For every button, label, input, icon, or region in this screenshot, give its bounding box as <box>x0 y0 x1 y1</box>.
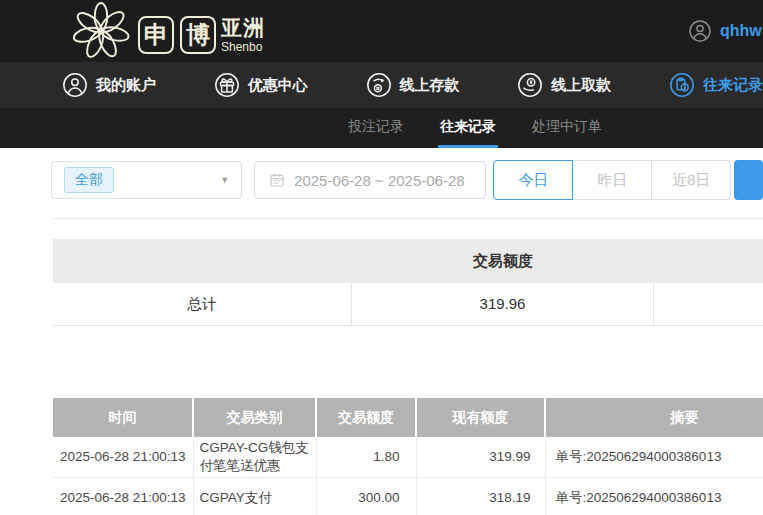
filter-row: 全部 ▼ 2025-06-28 ~ 2025-06-28 今日 昨日 近8日 <box>51 160 763 200</box>
divider <box>53 218 763 219</box>
deposit-icon <box>366 72 392 98</box>
date-range-value: 2025-06-28 ~ 2025-06-28 <box>294 172 465 189</box>
nav-item-deposit[interactable]: 线上存款 <box>366 72 460 98</box>
date-range-input[interactable]: 2025-06-28 ~ 2025-06-28 <box>254 161 486 199</box>
col-header-time: 时间 <box>53 398 193 437</box>
records-header-row: 时间 交易类别 交易额度 现有额度 摘要 <box>53 398 763 437</box>
col-header-type: 交易类别 <box>193 398 316 437</box>
nav-item-transactions[interactable]: 往来记录 <box>669 72 763 98</box>
cell-type: CGPAY-CG钱包支付笔笔送优惠 <box>193 437 316 478</box>
summary-header-amount: 交易额度 <box>352 252 654 271</box>
records-icon <box>669 72 695 98</box>
flower-logo-icon <box>70 2 132 60</box>
nav-label: 优惠中心 <box>248 76 308 95</box>
selected-type-tag[interactable]: 全部 <box>64 167 114 193</box>
summary-header-row: 交易额度 <box>53 239 763 283</box>
tab-label: 往来记录 <box>440 118 496 136</box>
cell-balance: 318.19 <box>416 478 545 515</box>
summary-total-label: 总计 <box>53 283 352 325</box>
table-row: 2025-06-28 21:00:13 CGPAY支付 300.00 318.1… <box>53 478 763 515</box>
tab-bet-records[interactable]: 投注记录 <box>346 108 406 148</box>
gift-icon <box>214 72 240 98</box>
brand-logo: 申 博 亚洲 Shenbo <box>70 2 265 60</box>
topbar-user[interactable]: qhhw <box>688 19 762 43</box>
table-row: 2025-06-28 21:00:13 CGPAY-CG钱包支付笔笔送优惠 1.… <box>53 437 763 478</box>
tab-transaction-records[interactable]: 往来记录 <box>438 108 498 148</box>
brand-region-block: 亚洲 Shenbo <box>221 17 265 53</box>
today-button[interactable]: 今日 <box>493 160 573 200</box>
cell-time: 2025-06-28 21:00:13 <box>53 437 193 478</box>
user-icon <box>688 19 712 43</box>
brand-char-shen: 申 <box>138 16 174 54</box>
type-select[interactable]: 全部 ▼ <box>51 161 242 199</box>
nav-item-my-account[interactable]: 我的账户 <box>62 72 156 98</box>
main-nav: 我的账户 优惠中心 线上存款 <box>0 62 763 108</box>
username: qhhw <box>720 22 762 40</box>
summary-total-value: 319.96 <box>352 283 654 325</box>
brand-name-en: Shenbo <box>221 41 265 53</box>
cell-summary: 单号:202506294000386013 <box>545 478 763 515</box>
nav-label: 线上取款 <box>551 76 611 95</box>
records-table: 时间 交易类别 交易额度 现有额度 摘要 2025-06-28 21:00:13… <box>53 398 763 515</box>
cell-time: 2025-06-28 21:00:13 <box>53 478 193 515</box>
tab-label: 处理中订单 <box>532 118 602 136</box>
nav-label: 往来记录 <box>703 76 763 95</box>
col-header-amount: 交易额度 <box>316 398 416 437</box>
nav-item-withdraw[interactable]: 线上取款 <box>517 72 611 98</box>
chevron-down-icon: ▼ <box>220 175 229 185</box>
summary-table: 交易额度 总计 319.96 <box>53 239 763 326</box>
calendar-icon <box>269 172 285 188</box>
nav-label: 我的账户 <box>96 76 156 95</box>
page: 申 博 亚洲 Shenbo qhhw 我的账户 <box>0 0 763 515</box>
last-8-days-button[interactable]: 近8日 <box>651 160 731 200</box>
brand-region: 亚洲 <box>221 17 265 38</box>
tab-pending-orders[interactable]: 处理中订单 <box>530 108 604 148</box>
nav-item-promotions[interactable]: 优惠中心 <box>214 72 308 98</box>
summary-total-row: 总计 319.96 <box>53 283 763 326</box>
cell-type: CGPAY支付 <box>193 478 316 515</box>
search-button[interactable] <box>734 160 763 200</box>
tab-label: 投注记录 <box>348 118 404 136</box>
col-header-summary: 摘要 <box>545 398 763 437</box>
cell-amount: 1.80 <box>316 437 416 478</box>
cell-amount: 300.00 <box>316 478 416 515</box>
brand-char-bo: 博 <box>180 16 216 54</box>
col-header-balance: 现有额度 <box>416 398 545 437</box>
sub-tabs: 投注记录 往来记录 处理中订单 <box>0 108 763 148</box>
logo-bar: 申 博 亚洲 Shenbo qhhw <box>0 0 763 62</box>
withdraw-icon <box>517 72 543 98</box>
yesterday-button[interactable]: 昨日 <box>572 160 652 200</box>
cell-balance: 319.99 <box>416 437 545 478</box>
nav-label: 线上存款 <box>400 76 460 95</box>
brand-name-boxes: 申 博 <box>138 16 216 54</box>
user-icon <box>62 72 88 98</box>
quick-date-buttons: 今日 昨日 近8日 <box>493 160 731 200</box>
cell-summary: 单号:202506294000386013 <box>545 437 763 478</box>
